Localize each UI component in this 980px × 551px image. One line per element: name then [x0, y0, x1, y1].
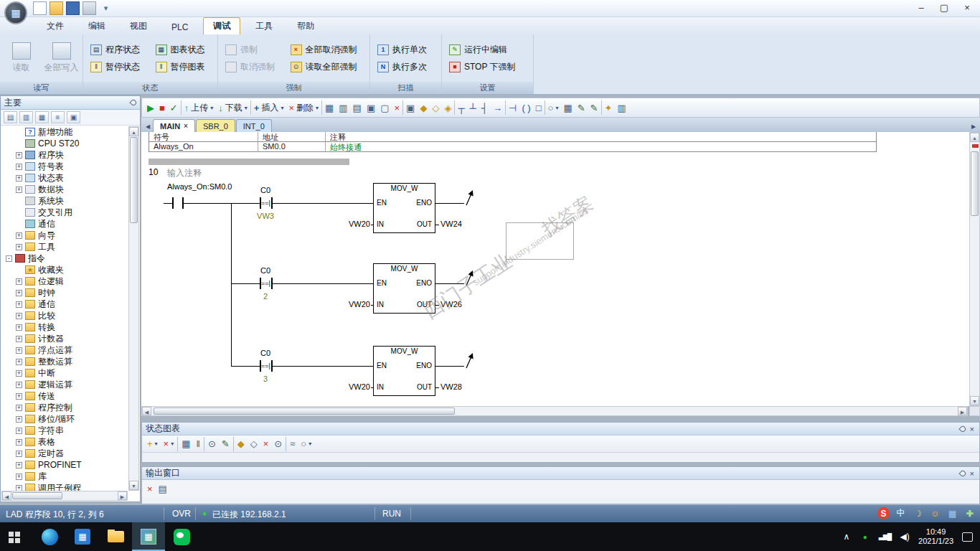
chart-status-toggle-icon[interactable]: ▦ — [179, 436, 192, 452]
upload-button[interactable]: ↑ 上传 ▾ — [182, 100, 216, 116]
tree-item[interactable]: 交叉引用 — [1, 207, 129, 218]
tree-expander-icon[interactable]: + — [16, 416, 22, 423]
wechat-icon[interactable] — [165, 522, 198, 551]
tree-item[interactable]: + 字符串 — [1, 425, 129, 436]
menu-help[interactable]: 帮助 — [288, 18, 324, 34]
print-icon[interactable] — [83, 1, 96, 15]
ime-emoji-icon[interactable]: ☺ — [929, 507, 941, 519]
clear-output-icon[interactable]: × — [145, 481, 155, 496]
network-comment[interactable]: 输入注释 — [167, 167, 202, 179]
compare-input1[interactable]: C0 — [251, 266, 280, 275]
volume-icon[interactable]: ◀) — [900, 532, 910, 542]
mov-block[interactable]: MOV_W EN ENO IN OUT — [373, 183, 435, 233]
tree-expander-icon[interactable]: + — [16, 428, 22, 434]
tree-expander-icon[interactable]: + — [16, 359, 22, 365]
separator[interactable] — [505, 100, 506, 115]
tree-item[interactable]: + PROFINET — [1, 459, 129, 471]
tree-expander-icon[interactable]: + — [16, 347, 22, 354]
tree-expander-icon[interactable]: - — [6, 255, 12, 262]
block-out-operand[interactable]: VW28 — [440, 382, 462, 391]
tree-item[interactable]: + 定时器 — [1, 448, 129, 459]
tab-main[interactable]: MAIN × — [153, 119, 195, 132]
ladder-editor[interactable]: 符号 地址 注释 Always_On SM0.0 始终接通 10 输入注释 Al… — [141, 132, 969, 406]
key-button[interactable]: ✦ — [603, 100, 615, 116]
tree-item[interactable]: + 调用子例程 — [1, 482, 129, 491]
separator[interactable] — [233, 437, 234, 451]
tree-item[interactable]: + 浮点运算 — [1, 344, 129, 356]
close-panel-icon[interactable]: × — [969, 425, 976, 433]
scroll-down-icon[interactable]: ▼ — [129, 481, 138, 490]
dropdown-arrow-icon[interactable]: ▾ — [281, 105, 283, 111]
tree-expander-icon[interactable]: + — [16, 175, 22, 182]
tree-item[interactable]: + 工具 — [1, 241, 129, 253]
minimize-button[interactable]: – — [910, 0, 933, 16]
scroll-up-icon[interactable]: ▲ — [970, 133, 979, 142]
compare-input1[interactable]: C0 — [251, 349, 280, 357]
pin-icon[interactable] — [958, 425, 966, 433]
comment-cell[interactable]: 始终接通 — [330, 142, 362, 153]
separator[interactable] — [250, 100, 251, 115]
unlock-button[interactable]: ◇ — [430, 100, 441, 116]
detail-view-icon[interactable]: ▦ — [35, 111, 49, 123]
chart-comment-icon[interactable]: ○ ▾ — [298, 436, 314, 452]
lock-button[interactable]: ◆ — [418, 100, 429, 116]
address-view-button[interactable]: ▦ — [561, 100, 574, 116]
app-menu-button[interactable]: ▦ — [4, 1, 27, 24]
run-button[interactable]: ▶ — [145, 100, 156, 116]
compare-input2[interactable]: 3 — [251, 375, 280, 383]
ime-toolbox-icon[interactable]: ✚ — [963, 507, 976, 519]
tree-item[interactable]: - 指令 — [1, 253, 129, 264]
separator[interactable] — [286, 437, 286, 451]
dropdown-arrow-icon[interactable]: ▾ — [171, 441, 174, 447]
edge-icon[interactable] — [33, 522, 66, 551]
edit-in-run-button[interactable]: ✎ 运行中编辑 — [449, 42, 526, 57]
pin-icon[interactable] — [958, 469, 966, 477]
insert-coil-button[interactable]: ( ) — [519, 100, 532, 116]
close-panel-icon[interactable]: × — [969, 469, 976, 478]
tree-item[interactable]: + 逻辑运算 — [1, 379, 129, 390]
dropdown-arrow-icon[interactable]: ▾ — [155, 441, 158, 447]
scroll-left-icon[interactable]: ◀ — [142, 407, 151, 415]
tree-item[interactable]: + 中断 — [1, 367, 129, 379]
dropdown-arrow-icon[interactable]: ▾ — [308, 441, 311, 447]
add-chart-button[interactable]: + ▾ — [145, 436, 160, 452]
dropdown-arrow-icon[interactable]: ▾ — [316, 105, 319, 111]
tree-expander-icon[interactable]: + — [16, 336, 22, 342]
new-file-icon[interactable] — [33, 1, 47, 15]
tab-scroll-left-icon[interactable]: ◀ — [143, 121, 153, 132]
start-button[interactable] — [0, 522, 33, 551]
execute-single-button[interactable]: 1 执行单次 — [377, 42, 434, 57]
contact-operand-label[interactable]: Always_On:SM0.0 — [167, 182, 232, 191]
tree-expander-icon[interactable]: + — [16, 278, 22, 285]
read-values-icon[interactable]: ⊙ — [206, 436, 218, 452]
tree-expander-icon[interactable]: + — [16, 244, 22, 250]
tree-expander-icon[interactable]: + — [16, 405, 22, 411]
separator[interactable] — [181, 100, 182, 115]
tree-expander-icon[interactable]: + — [16, 164, 22, 170]
ime-mode-icon[interactable]: 中 — [895, 507, 907, 519]
file-explorer-icon[interactable] — [99, 522, 132, 551]
tree-item[interactable]: + 比较 — [1, 310, 129, 321]
unforce-all-button[interactable]: × 全部取消强制 — [291, 42, 363, 57]
tree-item[interactable]: + 通信 — [1, 298, 129, 310]
delete-button[interactable]: × 删除 ▾ — [286, 100, 321, 116]
go-to-pou-button[interactable]: ▣ — [404, 100, 417, 116]
tree-item[interactable]: + 整数运算 — [1, 356, 129, 367]
tree-expander-icon[interactable]: + — [16, 152, 22, 159]
tree-item[interactable]: + 移位/循环 — [1, 413, 129, 425]
trend-view-icon[interactable]: ≈ — [288, 436, 297, 452]
tree-item[interactable]: ? 新增功能 — [1, 126, 129, 138]
tree-expander-icon[interactable]: + — [16, 232, 22, 239]
data-block-button[interactable]: ▤ — [351, 100, 364, 116]
tree-item[interactable]: + 转换 — [1, 321, 129, 333]
symbol-table[interactable]: 符号 地址 注释 Always_On SM0.0 始终接通 — [149, 132, 877, 152]
output-page-icon[interactable]: ▤ — [156, 481, 169, 496]
line-left-button[interactable]: ┤ — [479, 100, 490, 116]
pause-chart-button[interactable]: ‖ 暂停图表 — [156, 60, 211, 74]
delete-chart-button[interactable]: × ▾ — [161, 436, 176, 452]
sogou-logo-icon[interactable]: S — [877, 507, 890, 519]
compare-input1[interactable]: C0 — [251, 186, 280, 194]
open-folder-button[interactable]: ▣ — [364, 100, 377, 116]
tree-item[interactable]: 通信 — [1, 218, 129, 230]
scroll-thumb[interactable] — [971, 151, 979, 216]
